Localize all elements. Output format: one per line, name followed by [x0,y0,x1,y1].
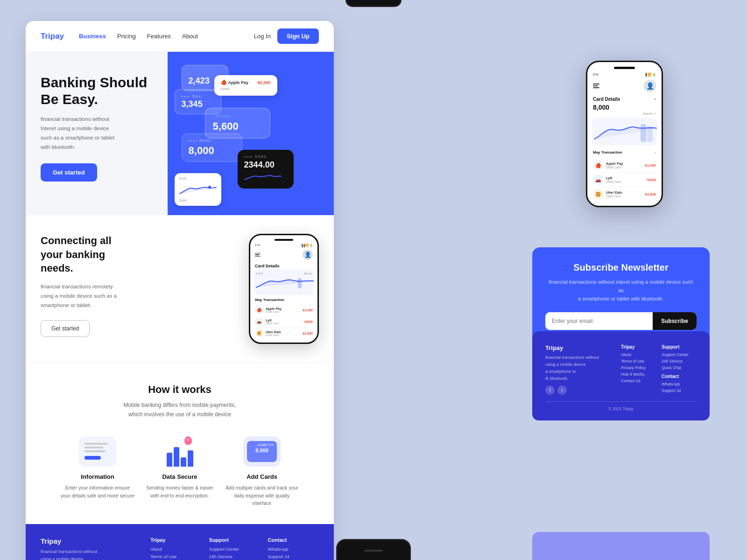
datasecure-icon: 🛡 [161,436,198,467]
phone-section-title: Card Details [254,264,314,268]
hero-visual: ↓ 2,423 🍎 Apple Pay -$2,000 Debit [168,52,334,215]
footer-24h[interactable]: 24h Service [209,554,261,559]
rf-terms[interactable]: Terms of Use [621,359,656,364]
footer-about[interactable]: About [150,546,202,552]
subscribe-form: Subscribe [545,312,697,330]
footer-col-tripay-title: Tripay [150,537,202,543]
subscribe-email-input[interactable] [545,312,653,330]
subscribe-desc: financial transactions without interet u… [545,278,697,303]
navbar-logo[interactable]: Tripay [41,32,64,41]
subscribe-section: Subscribe Newsletter financial transacti… [532,247,710,345]
footer-logo: Tripay [41,537,143,545]
how-description: Mobile banking differs from mobile payme… [41,400,319,420]
footer-terms[interactable]: Terms of Use [150,554,202,559]
login-button[interactable]: Log In [254,33,271,40]
rf-24h[interactable]: 24h Service [662,359,697,364]
footer-partial: Tripay financial transactions withoutusi… [26,524,334,560]
subscribe-title: Subscribe Newsletter [545,262,697,273]
card-applepay: 🍎 Apple Pay -$2,000 Debit [214,75,277,96]
phone-tx-1: 🍎 Apple Pay Debit Card -$1,000 [254,304,314,316]
nav-pricing[interactable]: Pricing [117,33,136,40]
nav-features[interactable]: Features [147,33,171,40]
lp-section-title: Card Details [593,97,620,102]
rf-howitworks[interactable]: How it Works [621,372,656,377]
rf-privacy[interactable]: Privacy Policy [621,365,656,370]
footer-whatsapp[interactable]: WhatsApp [268,546,319,552]
hero-chart-card: $100 Debit [175,173,221,206]
hero-title: Banking ShouldBe Easy. [41,74,153,108]
connecting-description: financial transactions remotelyusing a m… [41,282,235,310]
right-footer-logo: Tripay [545,344,615,351]
right-footer: Tripay financial transactions withoutusi… [532,331,710,420]
addcards-desc: Add multiple cards and track your daily … [225,484,299,507]
addcards-title: Add Cards [225,473,299,480]
hero-section: Banking ShouldBe Easy. financial transac… [26,52,334,215]
connecting-section: Connecting allyour bankingneeds. financi… [26,215,334,363]
signup-button[interactable]: Sign Up [277,28,319,44]
info-icon [79,436,116,467]
right-footer-support: Support [662,344,697,350]
footer-support-center[interactable]: Support Center [209,546,261,552]
datasecure-title: Data Secure [142,473,217,480]
svg-rect-1 [298,278,302,288]
how-cards: Information Enter your information ensur… [41,436,319,507]
right-social-f[interactable]: f [545,385,555,395]
card-8000: •••• 5080 8,000 [182,133,242,162]
phone-mockup: 9:41 ▐▐ 📶 🔋 👤 Card Details [249,234,319,344]
info-title: Information [60,473,135,480]
addcards-icon: Income 8,000 + Add New [243,436,281,467]
rf-s24[interactable]: Support 24 [662,388,697,393]
svg-rect-2 [641,124,646,142]
hero-description: financial transactions withoutInteret us… [41,114,153,152]
navbar-links: Business Pricing Features About [79,33,254,40]
navbar: Tripay Business Pricing Features About L… [26,21,334,52]
rf-about[interactable]: About [621,352,656,357]
bottom-right-element [532,532,710,560]
connecting-left: Connecting allyour bankingneeds. financi… [41,234,235,337]
hero-left: Banking ShouldBe Easy. financial transac… [26,52,168,215]
card-dark: •••• 5080 2344.00 [238,150,294,189]
phone-chart: 8,000 Month [254,269,314,295]
nav-about[interactable]: About [182,33,198,40]
income-label: ↓ Income [213,114,262,119]
info-desc: Enter your information ensure your detai… [60,484,135,500]
rf-contact[interactable]: Contact Us [621,378,656,383]
rf-sc[interactable]: Support Center [662,352,697,357]
svg-point-0 [208,186,211,189]
rf-wa[interactable]: WhatsApp [662,382,697,386]
right-social-t[interactable]: t [557,385,567,395]
phone-transactions-title: May Transaction [254,298,314,302]
datasecure-desc: Sending money faster & easier with end t… [142,484,217,500]
how-title: How it works [41,384,319,396]
large-phone-mockup: 9:41 ▐ 📶 🔋 👤 Card Details • 8,000 Month … [586,61,663,207]
how-card-datasecure: 🛡 Data Secure Sending money faster & eas… [142,436,217,500]
phone-tx-3: 🍔 Uber Eats Debit Card -$1,800 [254,328,314,339]
phone-tx-2: 🚗 Lyft Debit Card +$300 [254,316,314,328]
rf-qc[interactable]: Quick Chat [662,365,697,370]
bottom-phone [336,539,411,560]
right-footer-copyright: © 2021 Tripay [545,401,697,411]
navbar-actions: Log In Sign Up [254,28,319,44]
hero-amount3: 8,000 [189,145,235,157]
how-section: How it works Mobile banking differs from… [26,363,334,524]
right-footer-tripay: Tripay [621,344,656,350]
applepay-amount: -$2,000 [256,80,271,85]
footer-col-support-title: Support [209,537,261,543]
hero-cta-button[interactable]: Get started [41,163,97,182]
applepay-label: Apple Pay [228,80,249,85]
lp-tx-title: May Transaction [593,150,622,154]
hero-income-amount: 5,600 [213,120,262,133]
right-footer-contact: Contact [662,374,697,379]
how-card-info: Information Enter your information ensur… [60,436,135,500]
footer-col-contact-title: Contact [268,537,319,543]
footer-support24[interactable]: Support 24 [268,554,319,559]
svg-rect-3 [647,126,653,142]
nav-business[interactable]: Business [79,33,106,40]
connecting-cta-button[interactable]: Get started [41,320,90,337]
connecting-title: Connecting allyour bankingneeds. [41,234,235,275]
subscribe-button[interactable]: Subscribe [653,312,697,330]
how-card-addcards: Income 8,000 + Add New Add Cards Add mul… [225,436,299,507]
hero-amount4: 2344.00 [244,160,287,170]
